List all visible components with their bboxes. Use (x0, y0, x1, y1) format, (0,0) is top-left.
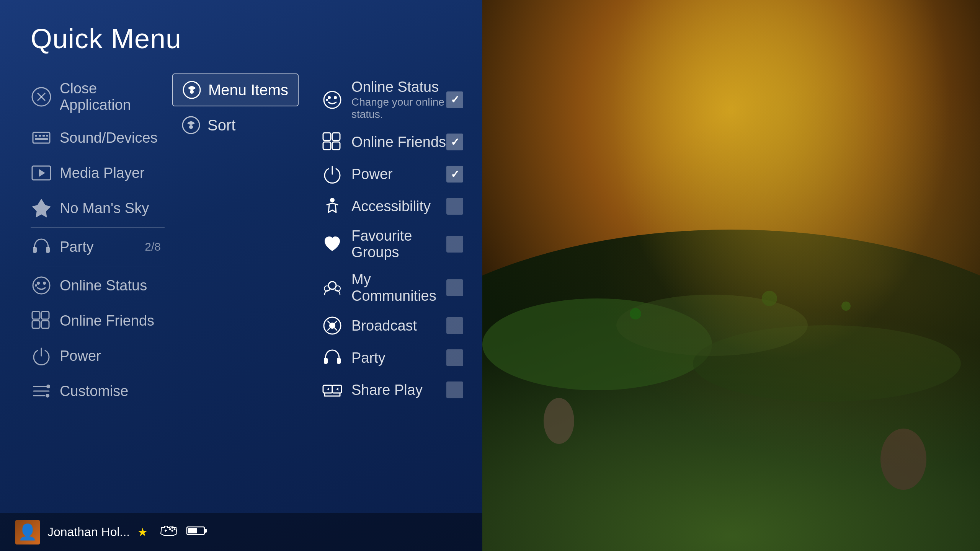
right-online-friends-label: Online Friends (351, 134, 446, 150)
broadcast-checkbox[interactable] (446, 317, 463, 334)
svg-rect-20 (32, 321, 40, 328)
svg-rect-21 (41, 321, 49, 328)
sidebar-item-online-friends-label: Online Friends (60, 313, 165, 329)
checkmark-icon-3: ✓ (451, 168, 459, 181)
svg-point-51 (169, 528, 171, 530)
sidebar-item-sound-devices-label: Sound/Devices (60, 130, 165, 146)
right-online-status-sublabel: Change your online status. (351, 96, 446, 121)
online-friends-text: Online Friends (351, 134, 446, 150)
svg-rect-56 (204, 529, 207, 533)
sort-option[interactable]: Sort (172, 109, 299, 141)
sort-icon (181, 116, 201, 135)
share-play-checkbox[interactable] (446, 381, 463, 398)
svg-point-50 (174, 528, 176, 530)
svg-rect-6 (42, 135, 45, 137)
sidebar-item-online-friends[interactable]: Online Friends (31, 303, 165, 338)
svg-rect-38 (332, 142, 340, 150)
right-item-share-play[interactable]: Share Play (318, 374, 467, 406)
svg-point-34 (326, 99, 328, 101)
right-item-power[interactable]: Power ✓ (318, 158, 467, 190)
svg-point-62 (616, 295, 808, 356)
online-friends-icon (31, 310, 52, 331)
svg-point-63 (880, 429, 926, 490)
ps-plus-icon: ★ (137, 525, 148, 539)
sidebar-item-party[interactable]: Party 2/8 (31, 229, 165, 266)
svg-point-25 (46, 385, 50, 388)
power-checkbox[interactable]: ✓ (446, 166, 463, 183)
right-my-communities-label: My Communities (351, 271, 446, 304)
left-column: Close Application Sound/Devices (0, 73, 165, 513)
svg-point-17 (35, 284, 37, 287)
svg-point-59 (482, 230, 980, 551)
game-icon (31, 197, 52, 219)
accessibility-checkbox[interactable] (446, 198, 463, 215)
svg-rect-58 (482, 0, 980, 551)
page-title: Quick Menu (0, 23, 482, 70)
svg-marker-11 (32, 199, 51, 217)
svg-point-64 (544, 398, 574, 444)
sidebar-item-no-mans-sky[interactable]: No Man's Sky (31, 191, 165, 228)
svg-point-52 (172, 527, 173, 529)
svg-point-26 (46, 394, 49, 398)
user-avatar: 👤 (15, 520, 40, 544)
accessibility-icon (322, 196, 343, 217)
menu-items-option[interactable]: Menu Items (172, 73, 299, 106)
status-bar: 👤 Jonathan Hol... ★ (0, 513, 482, 551)
favourite-groups-checkbox[interactable] (446, 236, 463, 253)
my-communities-checkbox[interactable] (446, 279, 463, 296)
content-area: Close Application Sound/Devices (0, 70, 482, 513)
sidebar-item-close-application[interactable]: Close Application (31, 73, 165, 120)
svg-point-33 (334, 96, 337, 99)
sidebar-item-customise[interactable]: Customise (31, 373, 165, 409)
sidebar-item-online-status-label: Online Status (60, 277, 165, 294)
menu-items-label: Menu Items (208, 82, 288, 99)
sidebar-item-power-label: Power (60, 348, 165, 364)
heart-icon (322, 233, 343, 255)
online-friends-checkbox[interactable]: ✓ (446, 134, 463, 150)
svg-rect-12 (33, 247, 37, 253)
sidebar-item-power[interactable]: Power (31, 338, 165, 373)
communities-icon (322, 277, 343, 298)
party-checkbox[interactable] (446, 349, 463, 366)
right-item-my-communities[interactable]: My Communities (318, 266, 467, 310)
svg-point-65 (630, 308, 641, 320)
right-online-friends-icon (322, 131, 343, 153)
power-text: Power (351, 166, 446, 183)
broadcast-icon (322, 315, 343, 336)
broadcast-text: Broadcast (351, 318, 446, 334)
sidebar-item-media-player[interactable]: Media Player (31, 155, 165, 191)
party-text: Party (351, 350, 446, 366)
party-badge: 2/8 (145, 240, 161, 253)
svg-rect-18 (32, 311, 40, 319)
checkmark-icon: ✓ (451, 93, 459, 106)
online-status-checkbox[interactable]: ✓ (446, 91, 463, 108)
svg-marker-10 (39, 169, 45, 177)
sidebar-item-sound-devices[interactable]: Sound/Devices (31, 120, 165, 155)
online-status-text: Online Status Change your online status. (351, 79, 446, 121)
right-accessibility-label: Accessibility (351, 198, 446, 215)
accessibility-text: Accessibility (351, 198, 446, 215)
right-broadcast-label: Broadcast (351, 318, 446, 334)
right-item-accessibility[interactable]: Accessibility (318, 190, 467, 222)
customise-icon (31, 380, 52, 402)
svg-rect-37 (323, 142, 331, 150)
sort-label: Sort (207, 117, 235, 134)
svg-point-28 (190, 90, 194, 94)
right-item-online-friends[interactable]: Online Friends ✓ (318, 126, 467, 158)
right-column: Online Status Change your online status.… (306, 73, 482, 513)
sidebar-item-online-status[interactable]: Online Status (31, 268, 165, 303)
right-power-icon (322, 163, 343, 185)
svg-rect-35 (323, 133, 331, 140)
svg-point-39 (330, 198, 335, 202)
right-party-label: Party (351, 350, 446, 366)
close-app-icon (31, 86, 52, 108)
share-play-text: Share Play (351, 382, 446, 398)
svg-rect-4 (35, 135, 37, 137)
svg-point-15 (37, 282, 40, 285)
right-item-favourite-groups[interactable]: Favourite Groups (318, 222, 467, 266)
svg-point-16 (43, 282, 46, 285)
favourite-groups-text: Favourite Groups (351, 228, 446, 261)
right-item-broadcast[interactable]: Broadcast (318, 310, 467, 342)
right-item-party[interactable]: Party (318, 342, 467, 374)
right-item-online-status[interactable]: Online Status Change your online status.… (318, 73, 467, 126)
